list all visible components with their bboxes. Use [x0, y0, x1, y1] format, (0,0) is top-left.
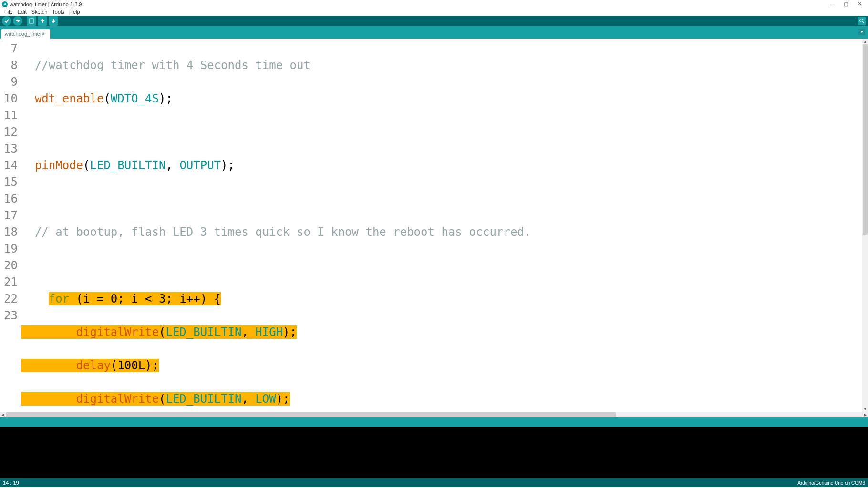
check-icon: [4, 18, 10, 24]
code-editor[interactable]: 7 8 9 10 11 12 13 14 15 16 17 18 19 20 2…: [0, 39, 868, 412]
line-number: 14: [0, 157, 18, 174]
file-icon: [29, 18, 34, 24]
line-number: 13: [0, 141, 18, 157]
code-line-12[interactable]: // at bootup, flash LED 3 times quick so…: [20, 224, 868, 241]
magnifier-icon: [859, 18, 865, 24]
status-strip: [0, 417, 868, 427]
line-number: 21: [0, 274, 18, 291]
menu-tools[interactable]: Tools: [50, 9, 67, 15]
line-number: 22: [0, 291, 18, 307]
code-line-14[interactable]: for (i = 0; i < 3; i++) {: [20, 291, 868, 307]
menu-file[interactable]: File: [2, 9, 15, 15]
line-number: 23: [0, 307, 18, 324]
line-number: 12: [0, 124, 18, 141]
tab-label: watchdog_timer: [5, 31, 42, 37]
scroll-left-arrow-icon[interactable]: ◀: [0, 412, 6, 417]
code-line-15[interactable]: digitalWrite(LED_BUILTIN, HIGH);: [20, 324, 868, 341]
line-number: 15: [0, 174, 18, 191]
scroll-right-arrow-icon[interactable]: ▶: [862, 412, 868, 417]
line-number: 9: [0, 74, 18, 91]
toolbar: [0, 16, 868, 26]
code-line-9[interactable]: [20, 124, 868, 141]
title-bar: ∞ watchdog_timer | Arduino 1.8.9 — ▢ ✕: [0, 0, 868, 8]
code-line-8[interactable]: wdt_enable(WDTO_4S);: [20, 91, 868, 107]
line-number-gutter: 7 8 9 10 11 12 13 14 15 16 17 18 19 20 2…: [0, 39, 20, 412]
scroll-thumb[interactable]: [6, 412, 616, 417]
code-line-17[interactable]: digitalWrite(LED_BUILTIN, LOW);: [20, 391, 868, 407]
line-number: 10: [0, 91, 18, 107]
menu-sketch[interactable]: Sketch: [29, 9, 50, 15]
code-line-10[interactable]: pinMode(LED_BUILTIN, OUTPUT);: [20, 157, 868, 174]
verify-button[interactable]: [2, 16, 11, 26]
window-title: watchdog_timer | Arduino 1.8.9: [10, 1, 82, 7]
line-number: 16: [0, 191, 18, 207]
svg-point-1: [860, 19, 863, 22]
output-console[interactable]: [0, 427, 868, 478]
line-number: 17: [0, 207, 18, 224]
menu-edit[interactable]: Edit: [15, 9, 29, 15]
tab-bar: watchdog_timer§ ▾: [0, 26, 868, 39]
maximize-button[interactable]: ▢: [839, 0, 853, 8]
code-line-7[interactable]: //watchdog timer with 4 Seconds time out: [20, 57, 868, 74]
save-button[interactable]: [49, 16, 58, 26]
line-number: 18: [0, 224, 18, 241]
tab-modified-indicator: §: [42, 31, 45, 37]
close-button[interactable]: ✕: [853, 0, 866, 8]
code-line-13[interactable]: [20, 257, 868, 274]
code-area[interactable]: //watchdog timer with 4 Seconds time out…: [20, 39, 868, 412]
line-number: 19: [0, 241, 18, 257]
scroll-down-arrow-icon[interactable]: ▼: [862, 406, 868, 412]
upload-button[interactable]: [13, 16, 22, 26]
line-number: 20: [0, 257, 18, 274]
arrow-down-icon: [51, 18, 56, 24]
board-info: Arduino/Genuino Uno on COM3: [797, 480, 865, 486]
line-number: 8: [0, 57, 18, 74]
new-button[interactable]: [27, 16, 36, 26]
serial-monitor-button[interactable]: [858, 17, 866, 25]
footer-bar: 14 : 19 Arduino/Genuino Uno on COM3: [0, 478, 868, 487]
tab-menu-dropdown[interactable]: ▾: [858, 29, 865, 35]
line-number: 11: [0, 107, 18, 124]
svg-rect-0: [30, 19, 33, 23]
tab-watchdog-timer[interactable]: watchdog_timer§: [1, 29, 50, 39]
arrow-up-icon: [40, 18, 45, 24]
menu-help[interactable]: Help: [67, 9, 83, 15]
minimize-button[interactable]: —: [826, 0, 839, 8]
line-number: 7: [0, 41, 18, 57]
open-button[interactable]: [38, 16, 47, 26]
scroll-up-arrow-icon[interactable]: ▲: [862, 39, 868, 44]
vertical-scrollbar[interactable]: ▲ ▼: [862, 39, 868, 412]
menu-bar: File Edit Sketch Tools Help: [0, 8, 868, 16]
horizontal-scrollbar[interactable]: ◀ ▶: [0, 412, 868, 417]
scroll-thumb[interactable]: [863, 44, 868, 235]
code-line-16[interactable]: delay(100L);: [20, 357, 868, 374]
arrow-right-icon: [15, 18, 21, 24]
code-line-11[interactable]: [20, 191, 868, 207]
arduino-logo-icon: ∞: [2, 1, 8, 7]
cursor-position: 14 : 19: [3, 480, 19, 486]
